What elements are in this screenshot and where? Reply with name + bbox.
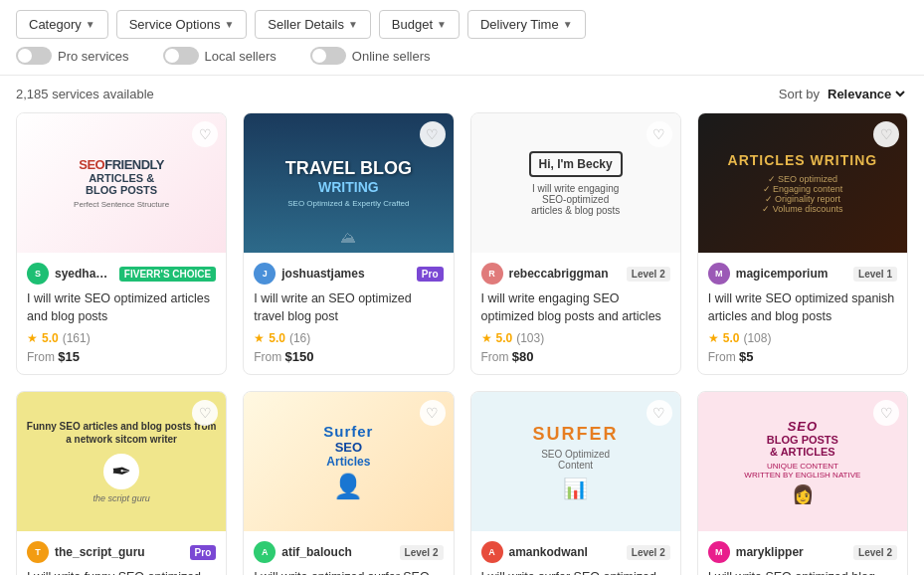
card-thumbnail: Funny SEO articles and blog posts from a…: [17, 392, 226, 531]
rating-value: 5.0: [269, 331, 285, 345]
seller-name: rebeccabriggman: [509, 267, 621, 281]
seller-name: joshuastjames: [281, 267, 411, 281]
card-thumbnail: SEOFRIENDLY ARTICLES & BLOG POSTS Perfec…: [17, 113, 226, 253]
seller-row: J joshuastjames Pro: [254, 263, 443, 285]
seller-badge: Pro: [190, 545, 217, 560]
price-row: From $150: [254, 349, 443, 364]
review-count: (108): [743, 331, 771, 345]
seller-name: the_script_guru: [55, 545, 184, 559]
seller-details-filter[interactable]: Seller Details▼: [255, 10, 371, 39]
card-body: A atif_balouch Level 2 I will write opti…: [244, 531, 453, 575]
seller-name: syedhassanzaman: [55, 267, 113, 281]
star-icon: ★: [27, 331, 38, 345]
cards-grid: SEOFRIENDLY ARTICLES & BLOG POSTS Perfec…: [0, 112, 924, 575]
card-title: I will write engaging SEO optimized blog…: [481, 290, 670, 325]
pro-services-toggle[interactable]: [16, 47, 52, 65]
avatar: M: [708, 263, 730, 285]
pro-services-toggle-group: Pro services: [16, 47, 129, 65]
card-body: S syedhassanzaman FIVERR'S CHOICE I will…: [17, 253, 226, 374]
seller-badge: Level 2: [627, 545, 670, 560]
price-value: $5: [739, 349, 753, 364]
card-body: A amankodwanl Level 2 I will write surfe…: [471, 531, 680, 575]
review-count: (103): [516, 331, 544, 345]
review-count: (16): [289, 331, 310, 345]
seller-badge: Level 2: [400, 545, 444, 560]
card-1[interactable]: SEOFRIENDLY ARTICLES & BLOG POSTS Perfec…: [16, 112, 227, 375]
online-sellers-toggle-group: Online sellers: [310, 47, 431, 65]
card-title: I will write SEO optimized blog posts an…: [708, 569, 897, 575]
seller-badge: Level 2: [853, 545, 897, 560]
seller-badge: Pro: [417, 267, 444, 282]
card-title: I will write surfer SEO optimized friend…: [481, 569, 670, 575]
budget-filter[interactable]: Budget▼: [379, 10, 460, 39]
card-body: T the_script_guru Pro I will write funny…: [17, 531, 226, 575]
price-row: From $15: [27, 349, 216, 364]
seller-name: atif_balouch: [281, 545, 393, 559]
avatar: T: [27, 541, 49, 563]
card-3[interactable]: Hi, I'm Becky I will write engagingSEO-o…: [470, 112, 681, 375]
star-icon: ★: [254, 331, 265, 345]
seller-row: M magicemporium Level 1: [708, 263, 897, 285]
card-body: J joshuastjames Pro I will write an SEO …: [244, 253, 453, 374]
seller-badge: Level 1: [853, 267, 897, 282]
card-8[interactable]: SEO BLOG POSTS& ARTICLES UNIQUE CONTENTW…: [697, 391, 908, 575]
wishlist-button[interactable]: ♡: [420, 400, 446, 426]
avatar: S: [27, 263, 49, 285]
seller-row: S syedhassanzaman FIVERR'S CHOICE: [27, 263, 216, 285]
rating-row: ★ 5.0 (161): [27, 331, 216, 345]
card-7[interactable]: SURFER SEO OptimizedContent 📊 ♡ A amanko…: [470, 391, 681, 575]
card-thumbnail: Surfer SEO Articles 👤 ♡: [244, 392, 453, 531]
card-thumbnail: SEO BLOG POSTS& ARTICLES UNIQUE CONTENTW…: [698, 392, 907, 531]
sort-select[interactable]: Relevance: [824, 86, 908, 102]
review-count: (161): [63, 331, 91, 345]
seller-badge: FIVERR'S CHOICE: [119, 267, 216, 282]
seller-name: amankodwanl: [509, 545, 621, 559]
sort-label: Sort by: [779, 87, 820, 101]
star-icon: ★: [481, 331, 492, 345]
rating-value: 5.0: [496, 331, 513, 345]
online-sellers-toggle[interactable]: [310, 47, 346, 65]
card-title: I will write SEO optimized spanish artic…: [708, 290, 897, 325]
seller-badge: Level 2: [627, 267, 670, 282]
delivery-time-filter[interactable]: Delivery Time▼: [467, 10, 586, 39]
category-filter[interactable]: Category▼: [16, 10, 108, 39]
seller-row: A amankodwanl Level 2: [481, 541, 670, 563]
card-4[interactable]: ARTICLES WRITING ✓ SEO optimized✓ Engagi…: [697, 112, 908, 375]
card-title: I will write an SEO optimized travel blo…: [254, 290, 443, 325]
seller-name: maryklipper: [736, 545, 847, 559]
seller-name: magicemporium: [736, 267, 847, 281]
price-value: $80: [512, 349, 534, 364]
local-sellers-toggle[interactable]: [163, 47, 199, 65]
wishlist-button[interactable]: ♡: [647, 400, 672, 426]
rating-value: 5.0: [42, 331, 59, 345]
rating-row: ★ 5.0 (108): [708, 331, 897, 345]
avatar: A: [254, 541, 276, 563]
price-value: $15: [58, 349, 80, 364]
wishlist-button[interactable]: ♡: [873, 400, 899, 426]
price-row: From $5: [708, 349, 897, 364]
avatar: A: [481, 541, 503, 563]
wishlist-button[interactable]: ♡: [873, 121, 899, 147]
service-options-filter[interactable]: Service Options▼: [116, 10, 248, 39]
avatar: J: [254, 263, 276, 285]
card-5[interactable]: Funny SEO articles and blog posts from a…: [16, 391, 227, 575]
card-thumbnail: SURFER SEO OptimizedContent 📊 ♡: [471, 392, 680, 531]
avatar: M: [708, 541, 730, 563]
card-2[interactable]: TRAVEL BLOG WRITING SEO Optimized & Expe…: [243, 112, 454, 375]
card-title: I will write SEO optimized articles and …: [27, 290, 216, 325]
filter-bar: Category▼Service Options▼Seller Details▼…: [0, 0, 924, 76]
price-value: $150: [285, 349, 314, 364]
wishlist-button[interactable]: ♡: [420, 121, 446, 147]
card-6[interactable]: Surfer SEO Articles 👤 ♡ A atif_balouch L…: [243, 391, 454, 575]
avatar: R: [481, 263, 503, 285]
rating-row: ★ 5.0 (103): [481, 331, 670, 345]
star-icon: ★: [708, 331, 719, 345]
card-body: R rebeccabriggman Level 2 I will write e…: [471, 253, 680, 374]
seller-row: A atif_balouch Level 2: [254, 541, 443, 563]
wishlist-button[interactable]: ♡: [647, 121, 672, 147]
card-thumbnail: TRAVEL BLOG WRITING SEO Optimized & Expe…: [244, 113, 453, 253]
card-body: M maryklipper Level 2 I will write SEO o…: [698, 531, 907, 575]
seller-row: T the_script_guru Pro: [27, 541, 216, 563]
results-count: 2,185 services available: [16, 87, 154, 101]
price-row: From $80: [481, 349, 670, 364]
